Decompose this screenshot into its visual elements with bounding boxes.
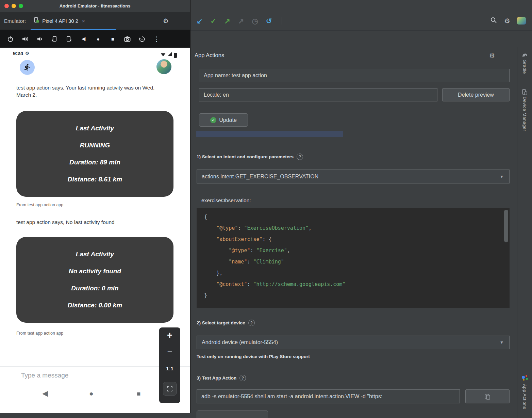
chevron-down-icon: ▼ <box>500 174 504 179</box>
zoom-fit-button[interactable] <box>163 382 177 396</box>
step3-row: 3) Test App Action ? <box>197 375 246 381</box>
nav-home-button[interactable]: ● <box>89 389 94 398</box>
panel-settings-gear-icon[interactable]: ⚙ <box>489 52 495 60</box>
delete-preview-button[interactable]: Delete preview <box>442 88 510 101</box>
device-note: Test only on running device with Play St… <box>197 354 310 359</box>
nav-overview-button[interactable]: ■ <box>137 390 140 398</box>
step1-row: 1) Select an intent and configure parame… <box>197 154 303 160</box>
battery-icon <box>174 53 177 58</box>
zoom-ratio-button[interactable]: 1:1 <box>159 366 180 371</box>
assistant-message: test app action says, No last activity f… <box>16 219 159 226</box>
run-app-action-button-partial[interactable] <box>197 411 268 418</box>
device-manager-tool-button[interactable]: Device Manager <box>522 97 527 131</box>
update-button[interactable]: ✓ Update <box>199 113 248 127</box>
message-input[interactable]: Type a message <box>21 372 68 379</box>
card-title: Last Activity <box>76 125 114 132</box>
home-button[interactable]: ● <box>92 33 104 45</box>
activity-card: Last Activity RUNNING Duration: 89 min D… <box>16 111 173 197</box>
clock-icon[interactable]: ◷ <box>252 17 258 25</box>
volume-down-button[interactable] <box>33 33 46 45</box>
intent-dropdown[interactable]: actions.intent.GET_EXERCISE_OBSERVATION … <box>197 170 510 183</box>
undo-icon[interactable]: ↺ <box>266 17 272 25</box>
camera-button[interactable] <box>121 33 134 45</box>
status-settings-icon: ⚙ <box>25 51 29 56</box>
profile-avatar[interactable] <box>517 17 526 25</box>
help-icon[interactable]: ? <box>239 375 246 381</box>
parameter-name-label: exerciseObservation: <box>201 197 251 204</box>
target-device-value: Android device (emulator-5554) <box>202 339 278 345</box>
phone-screen: 9:24 ⚙ test app action says, Your last r… <box>0 48 190 413</box>
card-activity-type: RUNNING <box>80 142 110 149</box>
snapshots-button[interactable] <box>136 33 148 45</box>
intent-dropdown-value: actions.intent.GET_EXERCISE_OBSERVATION <box>202 174 318 180</box>
zoom-panel: + − 1:1 <box>159 327 180 403</box>
nav-back-button[interactable]: ◀ <box>42 389 48 398</box>
emulator-label: Emulator: <box>4 18 26 24</box>
arrow-up-right-icon[interactable]: ↗ <box>224 17 230 25</box>
signal-icon <box>167 52 172 58</box>
step3-label: 3) Test App Action <box>197 375 236 381</box>
arrow-dim-icon[interactable]: ↗ <box>238 17 244 25</box>
emulator-toolbar: Emulator: Pixel 4 API 30 2 × ⚙ <box>0 12 190 30</box>
selection-highlight <box>196 131 343 137</box>
target-device-dropdown[interactable]: Android device (emulator-5554) ▼ <box>197 336 510 349</box>
step2-label: 2) Select target device <box>197 320 245 325</box>
emulator-titlebar: Android Emulator - fitnessactions <box>0 0 190 12</box>
emulator-window: Android Emulator - fitnessactions Emulat… <box>0 0 190 413</box>
power-button[interactable] <box>4 33 17 45</box>
activity-card: Last Activity No activity found Duration… <box>16 237 173 323</box>
tool-window-strip: Gradle Device Manager App Actions <box>517 47 532 418</box>
app-actions-panel-header: App Actions ⚙ <box>190 47 517 64</box>
help-icon[interactable]: ? <box>248 320 255 326</box>
app-actions-tool-button[interactable]: App Actions <box>522 384 527 409</box>
rotate-right-button[interactable] <box>63 33 75 45</box>
card-duration: Duration: 0 min <box>71 285 118 292</box>
settings-gear-icon[interactable]: ⚙ <box>504 17 510 25</box>
card-duration: Duration: 89 min <box>69 159 120 166</box>
status-time: 9:24 <box>13 50 23 56</box>
emulator-settings-gear-icon[interactable]: ⚙ <box>163 17 169 25</box>
phone-tab-icon <box>33 17 39 25</box>
device-tab-label: Pixel 4 API 30 2 <box>42 18 78 24</box>
card-distance: Distance: 0.00 km <box>68 302 122 309</box>
assistant-message: test app action says, Your last running … <box>16 84 159 99</box>
update-button-label: Update <box>219 117 237 123</box>
toolbar-separator <box>282 17 282 25</box>
device-tab[interactable]: Pixel 4 API 30 2 × <box>31 12 116 30</box>
message-source-label: From test app action app <box>16 203 63 207</box>
tab-close-icon[interactable]: × <box>82 18 85 24</box>
user-avatar <box>156 59 171 74</box>
check-icon[interactable]: ✓ <box>211 17 217 25</box>
editor-scrollbar[interactable] <box>504 210 508 242</box>
more-button[interactable]: ⋮ <box>150 33 163 45</box>
volume-up-button[interactable] <box>19 33 31 45</box>
window-title: Android Emulator - fitnessactions <box>0 3 190 9</box>
assistant-avatar <box>20 60 35 75</box>
studio-toolbar: ↙ ✓ ↗ ↗ ◷ ↺ ⚙ <box>190 11 532 31</box>
arrow-down-left-icon[interactable]: ↙ <box>197 17 203 25</box>
panel-title: App Actions <box>195 52 224 59</box>
step2-row: 2) Select target device ? <box>197 320 255 326</box>
adb-command-input[interactable]: adb -s emulator-5554 shell am start -a a… <box>197 389 460 403</box>
search-icon[interactable] <box>490 16 497 25</box>
help-icon[interactable]: ? <box>297 154 303 160</box>
gradle-tool-button[interactable]: Gradle <box>522 60 527 74</box>
step1-label: 1) Select an intent and configure parame… <box>197 154 294 159</box>
copy-icon <box>484 393 491 400</box>
parameter-json-editor[interactable]: { "@type": "ExerciseObservation", "about… <box>197 208 510 308</box>
copy-command-button[interactable] <box>465 389 510 403</box>
wifi-icon <box>161 52 166 58</box>
app-actions-icon <box>521 374 528 381</box>
card-title: Last Activity <box>76 251 114 258</box>
android-studio-window: ↙ ✓ ↗ ↗ ◷ ↺ ⚙ App Actions ⚙ App name: te… <box>190 0 532 418</box>
rotate-left-button[interactable] <box>48 33 61 45</box>
overview-button[interactable]: ■ <box>106 33 119 45</box>
zoom-in-button[interactable]: + <box>159 330 180 341</box>
back-button[interactable]: ◀ <box>77 33 90 45</box>
app-name-input[interactable]: App name: test app action <box>199 69 510 82</box>
update-check-icon: ✓ <box>210 117 216 123</box>
tab-active-underline <box>31 29 116 30</box>
zoom-out-button[interactable]: − <box>159 347 180 356</box>
chevron-down-icon: ▼ <box>500 340 504 345</box>
locale-input[interactable]: Locale: en <box>199 88 437 101</box>
